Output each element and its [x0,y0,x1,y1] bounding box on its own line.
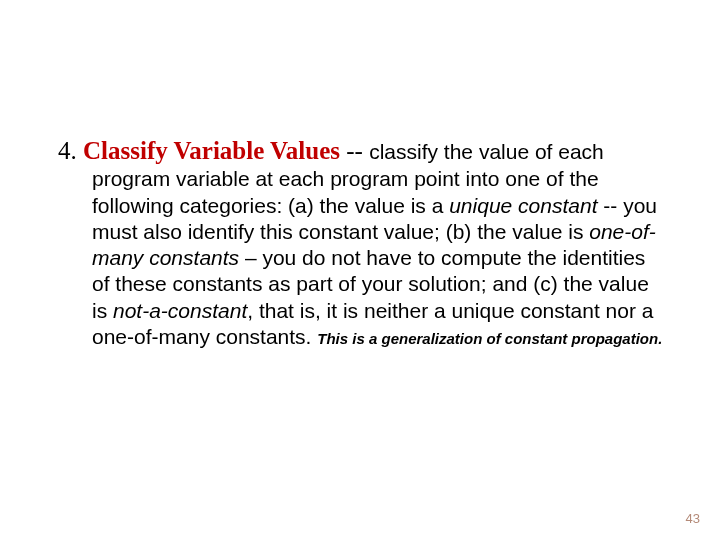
title-dash: -- [340,137,369,164]
body-note: This is a generalization of constant pro… [317,330,662,347]
page-number: 43 [686,511,700,526]
slide-body: 4. Classify Variable Values -- classify … [58,135,668,350]
term-unique-constant: unique constant [449,194,597,217]
slide-title: Classify Variable Values [83,137,340,164]
body-paragraph: 4. Classify Variable Values -- classify … [58,135,668,350]
term-not-a-constant: not-a-constant [113,299,247,322]
slide: 4. Classify Variable Values -- classify … [0,0,720,540]
list-number: 4. [58,137,83,164]
